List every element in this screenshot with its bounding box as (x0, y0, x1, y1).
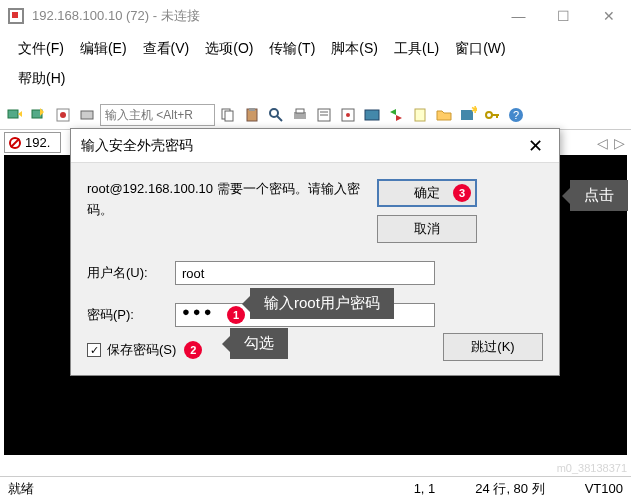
svg-rect-8 (249, 108, 255, 111)
status-position: 1, 1 (414, 481, 436, 496)
reconnect-icon[interactable] (52, 104, 74, 126)
menu-help[interactable]: 帮助(H) (10, 66, 73, 92)
close-window-button[interactable]: ✕ (586, 0, 631, 32)
toolbar: ✱ ? (0, 100, 631, 130)
find-icon[interactable] (265, 104, 287, 126)
menubar-2: 帮助(H) (0, 66, 631, 96)
svg-rect-18 (365, 110, 379, 120)
dialog-titlebar: 输入安全外壳密码 ✕ (71, 129, 559, 163)
username-input[interactable] (175, 261, 435, 285)
svg-rect-12 (296, 109, 304, 113)
titlebar: 192.168.100.10 (72) - 未连接 — ☐ ✕ (0, 0, 631, 32)
app-icon (8, 8, 24, 24)
print-icon[interactable] (289, 104, 311, 126)
menu-file[interactable]: 文件(F) (10, 36, 72, 62)
tab-nav: ◁ ▷ (595, 135, 627, 151)
status-size: 24 行, 80 列 (475, 480, 544, 498)
ok-button-label: 确定 (414, 184, 440, 202)
disconnect-icon[interactable] (76, 104, 98, 126)
transfer-icon[interactable] (385, 104, 407, 126)
save-password-checkbox[interactable]: ✓ (87, 343, 101, 357)
callout-ok: 点击 (570, 180, 628, 211)
password-dialog: 输入安全外壳密码 ✕ root@192.168.100.10 需要一个密码。请输… (70, 128, 560, 376)
badge-3: 3 (453, 184, 471, 202)
new-session-icon[interactable]: ✱ (457, 104, 479, 126)
save-password-label: 保存密码(S) (107, 341, 176, 359)
script-icon[interactable] (409, 104, 431, 126)
connect-icon[interactable] (4, 104, 26, 126)
folder-icon[interactable] (433, 104, 455, 126)
svg-point-9 (270, 109, 278, 117)
help-icon[interactable]: ? (505, 104, 527, 126)
svg-rect-19 (415, 109, 425, 121)
window-title: 192.168.100.10 (72) - 未连接 (32, 7, 496, 25)
checkmark-icon: ✓ (90, 345, 99, 356)
status-terminal-type: VT100 (585, 481, 623, 496)
svg-rect-4 (81, 111, 93, 119)
quick-connect-icon[interactable] (28, 104, 50, 126)
menu-options[interactable]: 选项(O) (197, 36, 261, 62)
badge-2: 2 (184, 341, 202, 359)
skip-button[interactable]: 跳过(K) (443, 333, 543, 361)
menu-window[interactable]: 窗口(W) (447, 36, 514, 62)
skip-button-label: 跳过(K) (471, 338, 514, 356)
status-ready: 就绪 (8, 480, 34, 498)
window-controls: — ☐ ✕ (496, 0, 631, 32)
username-label: 用户名(U): (87, 264, 167, 282)
svg-point-17 (346, 113, 350, 117)
tab-status-icon (9, 137, 21, 149)
session-tab-label: 192. (25, 135, 50, 150)
menu-tools[interactable]: 工具(L) (386, 36, 447, 62)
copy-icon[interactable] (217, 104, 239, 126)
menu-view[interactable]: 查看(V) (135, 36, 198, 62)
properties-icon[interactable] (313, 104, 335, 126)
tab-prev-button[interactable]: ◁ (595, 135, 610, 151)
dialog-title-label: 输入安全外壳密码 (81, 137, 193, 155)
dialog-body: root@192.168.100.10 需要一个密码。请输入密码。 确定 3 取… (71, 163, 559, 375)
menu-script[interactable]: 脚本(S) (323, 36, 386, 62)
callout-check: 勾选 (230, 328, 288, 359)
menubar: 文件(F) 编辑(E) 查看(V) 选项(O) 传输(T) 脚本(S) 工具(L… (0, 32, 631, 66)
svg-text:?: ? (513, 109, 519, 121)
minimize-button[interactable]: — (496, 0, 541, 32)
session-icon[interactable] (361, 104, 383, 126)
statusbar: 就绪 1, 1 24 行, 80 列 VT100 (0, 476, 631, 500)
svg-point-3 (60, 112, 66, 118)
menu-edit[interactable]: 编辑(E) (72, 36, 135, 62)
ok-button[interactable]: 确定 3 (377, 179, 477, 207)
callout-password: 输入root用户密码 (250, 288, 394, 319)
password-label: 密码(P): (87, 306, 167, 324)
maximize-button[interactable]: ☐ (541, 0, 586, 32)
paste-icon[interactable] (241, 104, 263, 126)
session-tab[interactable]: 192. (4, 132, 61, 153)
svg-point-22 (486, 112, 492, 118)
settings-icon[interactable] (337, 104, 359, 126)
tab-next-button[interactable]: ▷ (612, 135, 627, 151)
host-input[interactable] (100, 104, 215, 126)
svg-rect-6 (225, 111, 233, 121)
dialog-close-button[interactable]: ✕ (522, 135, 549, 157)
dialog-prompt: root@192.168.100.10 需要一个密码。请输入密码。 (87, 179, 367, 221)
watermark: m0_38138371 (557, 462, 627, 474)
svg-text:✱: ✱ (471, 106, 477, 115)
password-value: ●●● (182, 304, 215, 319)
svg-line-10 (277, 116, 282, 121)
cancel-button[interactable]: 取消 (377, 215, 477, 243)
svg-rect-0 (8, 110, 18, 118)
menu-transfer[interactable]: 传输(T) (261, 36, 323, 62)
cancel-button-label: 取消 (414, 220, 440, 238)
key-icon[interactable] (481, 104, 503, 126)
